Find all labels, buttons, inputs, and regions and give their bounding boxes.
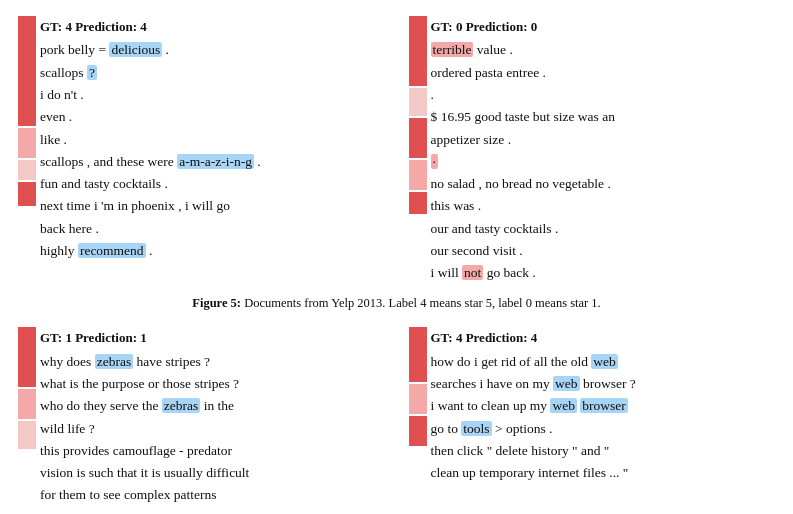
bar-segment <box>18 327 36 387</box>
highlight: recommend <box>78 243 146 258</box>
bar-segment <box>18 389 36 419</box>
line: scallops , and these were a-m-a-z-i-n-g … <box>40 151 385 173</box>
line: why does zebras have stripes ? <box>40 351 385 373</box>
line: fun and tasty cocktails . <box>40 173 385 195</box>
bar-segment <box>409 327 427 382</box>
bar-segment <box>409 416 427 446</box>
highlight: zebras <box>95 354 133 369</box>
bar-segment <box>409 118 427 158</box>
line: wild life ? <box>40 418 385 440</box>
highlight: zebras <box>162 398 200 413</box>
line: go to tools > options . <box>431 418 776 440</box>
line: what is the purpose or those stripes ? <box>40 373 385 395</box>
text-top-left: GT: 4 Prediction: 4 pork belly = delicio… <box>40 16 385 284</box>
line: i do n't . <box>40 84 385 106</box>
bar-segment <box>18 16 36 126</box>
panel-bottom-right: GT: 4 Prediction: 4 how do i get rid of … <box>405 321 780 512</box>
highlight: terrible <box>431 42 474 57</box>
highlight: · <box>431 154 438 169</box>
line: searches i have on my web browser ? <box>431 373 776 395</box>
line: $ 16.95 good taste but size was an <box>431 106 776 128</box>
figure-text: Documents from Yelp 2013. Label 4 means … <box>244 296 601 310</box>
highlight: web <box>591 354 618 369</box>
bar-segment <box>409 384 427 414</box>
line: vision is such that it is usually diffic… <box>40 462 385 484</box>
line: this was . <box>431 195 776 217</box>
line: next time i 'm in phoenix , i will go <box>40 195 385 217</box>
line: for them to see complex patterns <box>40 484 385 506</box>
line: i want to clean up my web browser <box>431 395 776 417</box>
panels-grid: GT: 4 Prediction: 4 pork belly = delicio… <box>14 10 779 290</box>
panel-top-right-title: GT: 0 Prediction: 0 <box>431 16 776 37</box>
line: our and tasty cocktails . <box>431 218 776 240</box>
panel-top-left: GT: 4 Prediction: 4 pork belly = delicio… <box>14 10 389 290</box>
bar-segment <box>18 160 36 180</box>
bar-segment <box>409 192 427 214</box>
line: no salad , no bread no vegetable . <box>431 173 776 195</box>
bar-segment <box>409 88 427 116</box>
highlight: delicious <box>109 42 162 57</box>
line: like . <box>40 129 385 151</box>
panel-top-right: GT: 0 Prediction: 0 terrible value . ord… <box>405 10 780 290</box>
figure-label: Figure 5: <box>192 296 241 310</box>
panels-grid-bottom: GT: 1 Prediction: 1 why does zebras have… <box>14 321 779 512</box>
line: highly recommend . <box>40 240 385 262</box>
line: this provides camouflage - predator <box>40 440 385 462</box>
line: back here . <box>40 218 385 240</box>
sentiment-bar-bottom-left <box>18 327 36 506</box>
sentiment-bar-top-right <box>409 16 427 284</box>
highlight: browser <box>580 398 628 413</box>
line: our second visit . <box>431 240 776 262</box>
panel-top-left-title: GT: 4 Prediction: 4 <box>40 16 385 37</box>
figure-caption: Figure 5: Documents from Yelp 2013. Labe… <box>14 296 779 311</box>
line: · <box>431 151 776 173</box>
highlight: ? <box>87 65 97 80</box>
text-bottom-right: GT: 4 Prediction: 4 how do i get rid of … <box>431 327 776 506</box>
main-container: GT: 4 Prediction: 4 pork belly = delicio… <box>14 10 779 513</box>
highlight: web <box>553 376 580 391</box>
panel-bottom-left-title: GT: 1 Prediction: 1 <box>40 327 385 348</box>
line: then click " delete history " and " <box>431 440 776 462</box>
line: who do they serve the zebras in the <box>40 395 385 417</box>
text-top-right: GT: 0 Prediction: 0 terrible value . ord… <box>431 16 776 284</box>
line: clean up temporary internet files ... " <box>431 462 776 484</box>
line: ordered pasta entree . <box>431 62 776 84</box>
highlight: web <box>550 398 577 413</box>
highlight: tools <box>461 421 491 436</box>
line: scallops ? <box>40 62 385 84</box>
bar-segment <box>18 421 36 449</box>
line: pork belly = delicious . <box>40 39 385 61</box>
line: . <box>431 84 776 106</box>
bar-segment <box>409 16 427 86</box>
sentiment-bar-bottom-right <box>409 327 427 506</box>
line: i will not go back . <box>431 262 776 284</box>
bar-segment <box>18 182 36 206</box>
bar-segment <box>409 160 427 190</box>
panel-bottom-right-title: GT: 4 Prediction: 4 <box>431 327 776 348</box>
highlight: a-m-a-z-i-n-g <box>177 154 254 169</box>
highlight: not <box>462 265 483 280</box>
text-bottom-left: GT: 1 Prediction: 1 why does zebras have… <box>40 327 385 506</box>
line: appetizer size . <box>431 129 776 151</box>
line: terrible value . <box>431 39 776 61</box>
line: how do i get rid of all the old web <box>431 351 776 373</box>
line: even . <box>40 106 385 128</box>
bar-segment <box>18 128 36 158</box>
sentiment-bar-top-left <box>18 16 36 284</box>
panel-bottom-left: GT: 1 Prediction: 1 why does zebras have… <box>14 321 389 512</box>
